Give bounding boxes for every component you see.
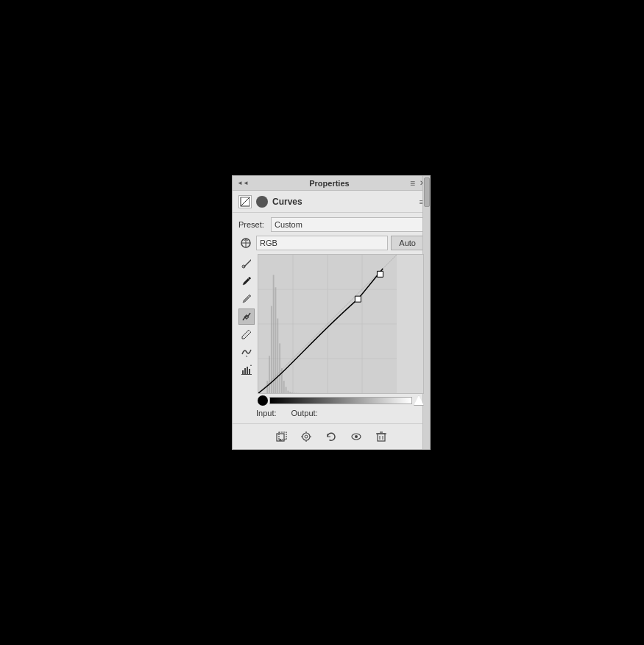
eyedropper-point-tool[interactable] (238, 255, 255, 272)
panel-body: Preset: Custom Default Strong Contrast L… (233, 213, 430, 423)
svg-rect-12 (247, 367, 248, 374)
auto-button[interactable]: Auto (391, 236, 424, 250)
curve-draw-tool[interactable] (238, 309, 255, 325)
panel-title-left: ◄◄ (237, 180, 249, 186)
scrollbar-thumb[interactable] (424, 177, 430, 207)
svg-line-9 (246, 356, 247, 357)
eyedropper-gray-tool[interactable] (238, 291, 255, 307)
main-area (238, 254, 424, 406)
collapse-icon[interactable]: ◄◄ (237, 180, 249, 186)
previous-state-btn[interactable] (298, 429, 314, 445)
smooth-curve-tool[interactable] (238, 344, 255, 360)
eyedropper-black-tool[interactable] (238, 273, 255, 289)
panel-menu-icon[interactable]: ≡ (410, 178, 415, 188)
adjustment-layer-icon (238, 195, 252, 208)
preset-label: Preset: (238, 220, 266, 229)
svg-line-1 (241, 197, 250, 206)
output-label: Output: (291, 409, 318, 417)
black-point-slider[interactable] (258, 395, 268, 406)
delete-btn[interactable] (373, 429, 389, 445)
tools-sidebar (238, 254, 255, 406)
channel-row: RGB Red Green Blue Auto (238, 236, 424, 250)
svg-point-20 (305, 435, 308, 438)
preset-select[interactable]: Custom Default Strong Contrast Linear Co… (271, 217, 424, 232)
channel-target-icon (240, 237, 252, 249)
channel-select[interactable]: RGB Red Green Blue (256, 236, 388, 250)
panel-title: Properties (309, 179, 349, 188)
gradient-bar-row (258, 395, 424, 406)
input-label: Input: (256, 409, 277, 417)
reset-btn[interactable] (323, 429, 339, 445)
properties-panel: ◄◄ Properties ≡ ✕ Curves ≡ Preset: Custo… (232, 175, 431, 450)
histogram-tool[interactable] (238, 362, 255, 378)
curves-icon-svg (240, 197, 250, 207)
visibility-btn[interactable] (348, 429, 364, 445)
panel-titlebar: ◄◄ Properties ≡ ✕ (233, 176, 430, 191)
svg-point-19 (302, 433, 310, 440)
preset-row: Preset: Custom Default Strong Contrast L… (238, 217, 424, 232)
input-output-row: Input: Output: (238, 406, 424, 419)
channel-icon (238, 236, 253, 250)
pencil-tool[interactable] (238, 326, 255, 342)
curve-canvas[interactable] (258, 255, 397, 393)
panel-footer (233, 423, 430, 449)
curve-panel (258, 254, 424, 406)
svg-rect-13 (249, 369, 250, 374)
panel-header: Curves ≡ (233, 191, 430, 213)
svg-rect-10 (242, 370, 244, 374)
svg-rect-11 (244, 368, 246, 374)
curve-canvas-wrapper (258, 254, 424, 394)
svg-rect-23 (378, 434, 385, 441)
panel-header-title: Curves (272, 197, 302, 207)
clip-to-layer-btn[interactable] (273, 429, 289, 445)
layer-mask-circle (256, 196, 268, 208)
svg-point-22 (355, 435, 358, 438)
gradient-bar (269, 397, 412, 404)
